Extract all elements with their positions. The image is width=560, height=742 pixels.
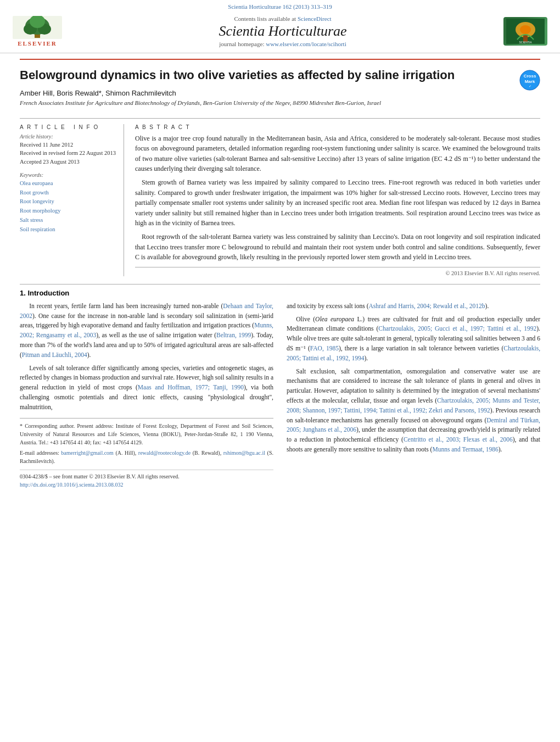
doi-link[interactable]: http://dx.doi.org/10.1016/j.scienta.2013… <box>20 481 273 489</box>
journal-ref-bar: Scientia Horticulturae 162 (2013) 313–31… <box>0 0 560 11</box>
elsevier-tree-icon <box>13 16 62 39</box>
keyword-root-growth[interactable]: Root growth <box>20 188 117 198</box>
intro-left-col: In recent years, fertile farm land has b… <box>20 302 273 489</box>
keyword-root-morphology[interactable]: Root morphology <box>20 207 117 216</box>
corresponding-author-note: * Corresponding author. Present address:… <box>20 422 273 447</box>
elsevier-wordmark: ELSEVIER <box>18 40 57 47</box>
article-history: Article history: Received 11 June 2012 R… <box>20 133 117 166</box>
footnote-bottom: 0304-4238/$ – see front matter © 2013 El… <box>20 470 273 489</box>
contents-label: Contents lists available at <box>234 15 296 22</box>
ref-centritto[interactable]: Centritto et al., 2003; Flexas et al., 2… <box>404 436 513 443</box>
article-info-heading: A R T I C L E I N F O <box>20 124 117 130</box>
introduction-title: 1. Introduction <box>20 289 540 297</box>
email-b[interactable]: rewald@rootecology.de <box>138 450 191 456</box>
intro-right-para-2: Olive (Olea europaea L.) trees are culti… <box>287 315 540 364</box>
abstract-text: Olive is a major tree crop found natural… <box>135 133 540 263</box>
ref-beltran[interactable]: Beltran, 1999 <box>216 332 251 338</box>
ref-munns-termaat[interactable]: Munns and Termaat, 1986 <box>432 446 498 453</box>
email-c[interactable]: rshimon@bgu.ac.il <box>223 450 265 456</box>
copyright-line: © 2013 Elsevier B.V. All rights reserved… <box>135 267 540 276</box>
sciencedirect-availability: Contents lists available at ScienceDirec… <box>65 15 501 22</box>
keywords-section: Keywords: Olea europaea Root growth Root… <box>20 172 117 235</box>
keyword-soil-respiration[interactable]: Soil respiration <box>20 225 117 235</box>
received-date: Received 11 June 2012 <box>20 141 117 149</box>
keywords-label: Keywords: <box>20 172 117 178</box>
ref-chartzoulakis2005a[interactable]: Chartzoulakis, 2005; Gucci et al., 1997;… <box>378 325 536 332</box>
section-number: 1. <box>20 289 26 297</box>
introduction-body: In recent years, fertile farm land has b… <box>20 302 540 489</box>
abstract-para-3: Root regrowth of the salt-tolerant Barne… <box>135 232 540 263</box>
ref-chartzoulakis-multiple[interactable]: Chartzoulakis, 2005; Munns and Tester, 2… <box>287 397 540 414</box>
ref-pitman[interactable]: Pitman and Läuchli, 2004 <box>22 352 87 358</box>
abstract-heading: A B S T R A C T <box>135 124 540 130</box>
journal-banner: ELSEVIER Contents lists available at Sci… <box>0 11 560 49</box>
keyword-root-longevity[interactable]: Root longevity <box>20 197 117 207</box>
abstract-para-2: Stem growth of Barnea variety was less i… <box>135 177 540 228</box>
ref-ashraf[interactable]: Ashraf and Harris, 2004; Rewald et al., … <box>368 303 485 309</box>
authors-text: Amber Hill, Boris Rewald*, Shimon Rachmi… <box>20 89 176 97</box>
article-info-abstract-section: A R T I C L E I N F O Article history: R… <box>20 118 540 276</box>
abstract-col: A B S T R A C T Olive is a major tree cr… <box>135 124 540 276</box>
svg-text:✓: ✓ <box>529 85 531 88</box>
intro-right-para-1: and toxicity by excess salt ions (Ashraf… <box>287 302 540 311</box>
accepted-date: Accepted 23 August 2013 <box>20 158 117 166</box>
journal-header: Scientia Horticulturae 162 (2013) 313–31… <box>0 0 560 53</box>
intro-para-1: In recent years, fertile farm land has b… <box>20 302 273 360</box>
article-title: Belowground dynamics in two olive variet… <box>20 68 540 83</box>
page: Scientia Horticulturae 162 (2013) 313–31… <box>0 0 560 489</box>
ref-fao1985[interactable]: FAO, 1985 <box>310 345 339 352</box>
elsevier-logo: ELSEVIER <box>10 16 65 47</box>
homepage-link[interactable]: www.elsevier.com/locate/scihorti <box>266 41 346 47</box>
ref-dehaan[interactable]: Dehaan and Taylor, 2002 <box>20 303 273 319</box>
scientia-logo-icon: SCIENTIA <box>506 19 545 44</box>
scientia-logo: SCIENTIA <box>501 16 550 47</box>
keyword-olea[interactable]: Olea europaea <box>20 179 117 188</box>
crossmark-icon: Cross Mark ✓ <box>519 70 540 91</box>
content-wrapper: Cross Mark ✓ Belowground dynamics in two… <box>0 53 560 489</box>
svg-text:Mark: Mark <box>525 79 535 84</box>
article-info-col: A R T I C L E I N F O Article history: R… <box>20 124 124 276</box>
footnote-area: * Corresponding author. Present address:… <box>20 418 273 465</box>
history-label: Article history: <box>20 133 117 140</box>
journal-homepage: journal homepage: www.elsevier.com/locat… <box>65 41 501 47</box>
authors-line: Amber Hill, Boris Rewald*, Shimon Rachmi… <box>20 89 540 97</box>
intro-right-col: and toxicity by excess salt ions (Ashraf… <box>287 302 540 489</box>
email-label: E-mail addresses: <box>20 450 59 456</box>
crossmark-badge: Cross Mark ✓ <box>519 70 540 93</box>
journal-title: Scientia Horticulturae <box>65 23 501 40</box>
received-revised-date: Received in revised form 22 August 2013 <box>20 149 117 158</box>
homepage-label: journal homepage: <box>219 41 264 47</box>
article-header: Cross Mark ✓ Belowground dynamics in two… <box>20 59 540 116</box>
svg-point-8 <box>520 25 531 34</box>
email-footnote: E-mail addresses: bamerright@gmail.com (… <box>20 449 273 465</box>
scientia-logo-box: SCIENTIA <box>503 17 547 46</box>
svg-text:Cross: Cross <box>524 74 536 79</box>
abstract-para-1: Olive is a major tree crop found natural… <box>135 133 540 174</box>
keyword-salt-stress[interactable]: Salt stress <box>20 216 117 225</box>
affiliation: French Associates Institute for Agricult… <box>20 99 540 106</box>
svg-text:SCIENTIA: SCIENTIA <box>519 41 532 44</box>
introduction-section: 1. Introduction In recent years, fertile… <box>20 284 540 489</box>
email-a[interactable]: bamerright@gmail.com <box>61 450 114 456</box>
doi-text: 0304-4238/$ – see front matter © 2013 El… <box>20 472 273 481</box>
intro-para-2: Levels of salt tolerance differ signific… <box>20 364 273 412</box>
section-name: Introduction <box>27 289 69 297</box>
journal-ref: Scientia Horticulturae 162 (2013) 313–31… <box>228 3 332 10</box>
intro-right-para-3: Salt exclusion, salt compartmentation, o… <box>287 367 540 455</box>
ref-demiral[interactable]: Demiral and Türkan, 2005; Junghans et al… <box>287 417 540 433</box>
journal-center: Contents lists available at ScienceDirec… <box>65 15 501 47</box>
sciencedirect-link[interactable]: ScienceDirect <box>298 15 332 22</box>
ref-maas[interactable]: Maas and Hoffman, 1977; Tanji, 1990 <box>138 384 244 390</box>
